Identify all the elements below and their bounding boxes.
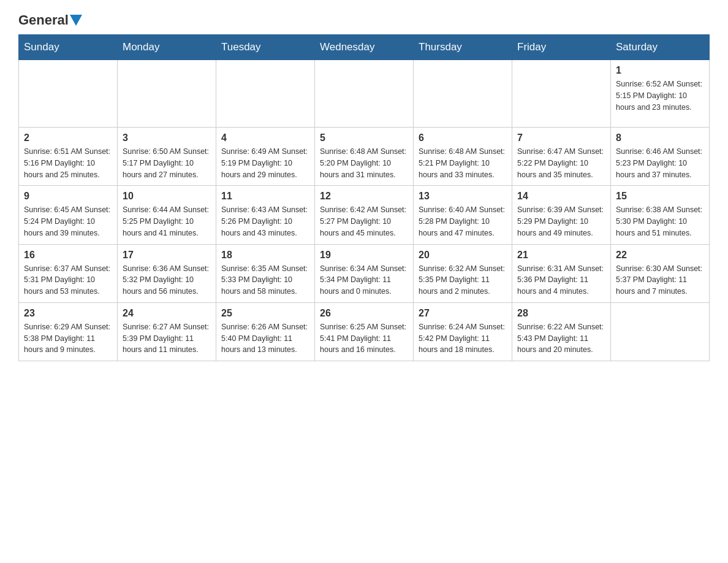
calendar-cell: [512, 60, 611, 128]
day-info: Sunrise: 6:40 AM Sunset: 5:28 PM Dayligh…: [419, 204, 507, 239]
day-info: Sunrise: 6:34 AM Sunset: 5:34 PM Dayligh…: [320, 263, 408, 297]
calendar-cell: 14Sunrise: 6:39 AM Sunset: 5:29 PM Dayli…: [512, 186, 611, 244]
day-number: 13: [419, 191, 507, 202]
calendar-cell: 19Sunrise: 6:34 AM Sunset: 5:34 PM Dayli…: [315, 244, 414, 302]
day-number: 14: [517, 191, 605, 202]
day-info: Sunrise: 6:31 AM Sunset: 5:36 PM Dayligh…: [517, 263, 605, 297]
day-number: 24: [123, 308, 211, 319]
day-info: Sunrise: 6:30 AM Sunset: 5:37 PM Dayligh…: [616, 263, 704, 297]
calendar-cell: 2Sunrise: 6:51 AM Sunset: 5:16 PM Daylig…: [19, 128, 118, 186]
day-number: 11: [221, 191, 309, 202]
day-of-week-header: Saturday: [611, 35, 710, 60]
day-number: 10: [123, 191, 211, 202]
calendar-cell: 15Sunrise: 6:38 AM Sunset: 5:30 PM Dayli…: [611, 186, 710, 244]
day-info: Sunrise: 6:51 AM Sunset: 5:16 PM Dayligh…: [24, 146, 112, 180]
day-of-week-header: Tuesday: [216, 35, 315, 60]
day-info: Sunrise: 6:38 AM Sunset: 5:30 PM Dayligh…: [616, 204, 704, 239]
day-of-week-header: Sunday: [19, 35, 118, 60]
day-number: 2: [24, 132, 112, 144]
day-info: Sunrise: 6:42 AM Sunset: 5:27 PM Dayligh…: [320, 204, 408, 239]
day-number: 26: [320, 308, 408, 319]
day-number: 7: [517, 132, 605, 144]
calendar-cell: [414, 60, 512, 128]
calendar-cell: 25Sunrise: 6:26 AM Sunset: 5:40 PM Dayli…: [216, 302, 315, 361]
day-of-week-header: Friday: [512, 35, 611, 60]
calendar-cell: 21Sunrise: 6:31 AM Sunset: 5:36 PM Dayli…: [512, 244, 611, 302]
calendar-cell: 28Sunrise: 6:22 AM Sunset: 5:43 PM Dayli…: [512, 302, 611, 361]
day-number: 1: [616, 65, 704, 76]
day-number: 23: [24, 308, 112, 319]
calendar-cell: 8Sunrise: 6:46 AM Sunset: 5:23 PM Daylig…: [611, 128, 710, 186]
logo: General: [18, 12, 83, 28]
calendar-cell: 7Sunrise: 6:47 AM Sunset: 5:22 PM Daylig…: [512, 128, 611, 186]
calendar-cell: 20Sunrise: 6:32 AM Sunset: 5:35 PM Dayli…: [414, 244, 512, 302]
calendar-cell: 9Sunrise: 6:45 AM Sunset: 5:24 PM Daylig…: [19, 186, 118, 244]
calendar-cell: [216, 60, 315, 128]
calendar-table: SundayMondayTuesdayWednesdayThursdayFrid…: [18, 34, 710, 361]
day-info: Sunrise: 6:43 AM Sunset: 5:26 PM Dayligh…: [221, 204, 309, 239]
day-info: Sunrise: 6:26 AM Sunset: 5:40 PM Dayligh…: [221, 321, 309, 356]
day-number: 16: [24, 250, 112, 261]
day-info: Sunrise: 6:36 AM Sunset: 5:32 PM Dayligh…: [123, 263, 211, 297]
day-number: 20: [419, 250, 507, 261]
day-info: Sunrise: 6:46 AM Sunset: 5:23 PM Dayligh…: [616, 146, 704, 180]
day-number: 8: [616, 132, 704, 144]
calendar-cell: 17Sunrise: 6:36 AM Sunset: 5:32 PM Dayli…: [118, 244, 216, 302]
calendar-cell: [118, 60, 216, 128]
calendar-cell: 23Sunrise: 6:29 AM Sunset: 5:38 PM Dayli…: [19, 302, 118, 361]
day-info: Sunrise: 6:22 AM Sunset: 5:43 PM Dayligh…: [517, 321, 605, 356]
day-number: 15: [616, 191, 704, 202]
day-info: Sunrise: 6:45 AM Sunset: 5:24 PM Dayligh…: [24, 204, 112, 239]
day-info: Sunrise: 6:37 AM Sunset: 5:31 PM Dayligh…: [24, 263, 112, 297]
day-number: 27: [419, 308, 507, 319]
day-number: 3: [123, 132, 211, 144]
day-info: Sunrise: 6:27 AM Sunset: 5:39 PM Dayligh…: [123, 321, 211, 356]
day-info: Sunrise: 6:50 AM Sunset: 5:17 PM Dayligh…: [123, 146, 211, 180]
day-info: Sunrise: 6:25 AM Sunset: 5:41 PM Dayligh…: [320, 321, 408, 356]
day-number: 21: [517, 250, 605, 261]
day-number: 9: [24, 191, 112, 202]
day-info: Sunrise: 6:47 AM Sunset: 5:22 PM Dayligh…: [517, 146, 605, 180]
calendar-cell: 4Sunrise: 6:49 AM Sunset: 5:19 PM Daylig…: [216, 128, 315, 186]
calendar-week-row: 2Sunrise: 6:51 AM Sunset: 5:16 PM Daylig…: [19, 128, 710, 186]
day-number: 18: [221, 250, 309, 261]
day-info: Sunrise: 6:48 AM Sunset: 5:20 PM Dayligh…: [320, 146, 408, 180]
calendar-cell: 3Sunrise: 6:50 AM Sunset: 5:17 PM Daylig…: [118, 128, 216, 186]
day-info: Sunrise: 6:44 AM Sunset: 5:25 PM Dayligh…: [123, 204, 211, 239]
calendar-cell: 13Sunrise: 6:40 AM Sunset: 5:28 PM Dayli…: [414, 186, 512, 244]
calendar-week-row: 16Sunrise: 6:37 AM Sunset: 5:31 PM Dayli…: [19, 244, 710, 302]
calendar-week-row: 1Sunrise: 6:52 AM Sunset: 5:15 PM Daylig…: [19, 60, 710, 128]
calendar-cell: 26Sunrise: 6:25 AM Sunset: 5:41 PM Dayli…: [315, 302, 414, 361]
calendar-cell: 16Sunrise: 6:37 AM Sunset: 5:31 PM Dayli…: [19, 244, 118, 302]
calendar-cell: [611, 302, 710, 361]
calendar-cell: 22Sunrise: 6:30 AM Sunset: 5:37 PM Dayli…: [611, 244, 710, 302]
day-info: Sunrise: 6:49 AM Sunset: 5:19 PM Dayligh…: [221, 146, 309, 180]
calendar-cell: 27Sunrise: 6:24 AM Sunset: 5:42 PM Dayli…: [414, 302, 512, 361]
day-number: 25: [221, 308, 309, 319]
day-info: Sunrise: 6:24 AM Sunset: 5:42 PM Dayligh…: [419, 321, 507, 356]
calendar-week-row: 23Sunrise: 6:29 AM Sunset: 5:38 PM Dayli…: [19, 302, 710, 361]
calendar-cell: 6Sunrise: 6:48 AM Sunset: 5:21 PM Daylig…: [414, 128, 512, 186]
day-of-week-header: Thursday: [414, 35, 512, 60]
day-number: 6: [419, 132, 507, 144]
calendar-cell: [19, 60, 118, 128]
calendar-cell: 11Sunrise: 6:43 AM Sunset: 5:26 PM Dayli…: [216, 186, 315, 244]
calendar-cell: 1Sunrise: 6:52 AM Sunset: 5:15 PM Daylig…: [611, 60, 710, 128]
day-number: 19: [320, 250, 408, 261]
day-number: 22: [616, 250, 704, 261]
day-info: Sunrise: 6:52 AM Sunset: 5:15 PM Dayligh…: [616, 79, 704, 113]
page-header: General: [18, 12, 710, 28]
calendar-cell: 24Sunrise: 6:27 AM Sunset: 5:39 PM Dayli…: [118, 302, 216, 361]
day-number: 17: [123, 250, 211, 261]
day-info: Sunrise: 6:39 AM Sunset: 5:29 PM Dayligh…: [517, 204, 605, 239]
calendar-cell: 12Sunrise: 6:42 AM Sunset: 5:27 PM Dayli…: [315, 186, 414, 244]
day-of-week-header: Wednesday: [315, 35, 414, 60]
logo-triangle-icon: [70, 15, 82, 26]
day-number: 12: [320, 191, 408, 202]
calendar-cell: [315, 60, 414, 128]
day-number: 4: [221, 132, 309, 144]
day-info: Sunrise: 6:48 AM Sunset: 5:21 PM Dayligh…: [419, 146, 507, 180]
calendar-cell: 10Sunrise: 6:44 AM Sunset: 5:25 PM Dayli…: [118, 186, 216, 244]
day-info: Sunrise: 6:35 AM Sunset: 5:33 PM Dayligh…: [221, 263, 309, 297]
calendar-week-row: 9Sunrise: 6:45 AM Sunset: 5:24 PM Daylig…: [19, 186, 710, 244]
